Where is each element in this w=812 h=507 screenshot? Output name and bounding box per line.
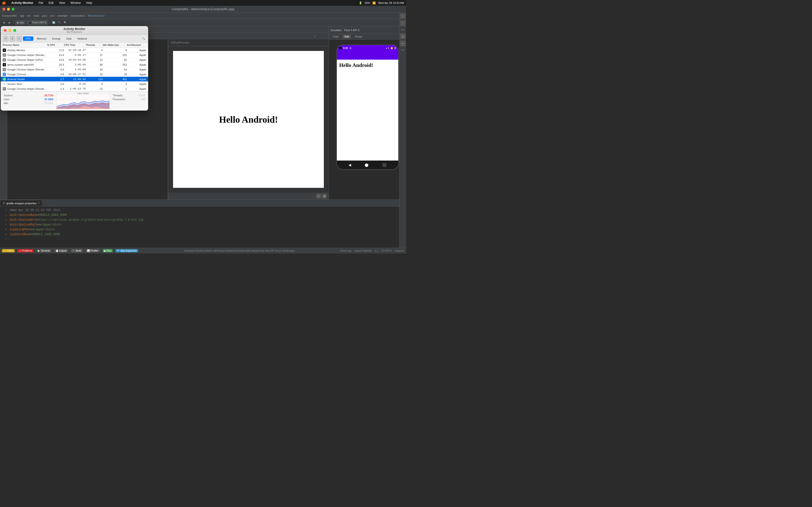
gradle-file-icon: ⚙: [3, 202, 5, 205]
proc-icon-0: A: [3, 49, 6, 52]
am-minimize-button[interactable]: [8, 29, 11, 32]
gradle-line-3: 3 distributionUrl=https\://services.grad…: [0, 218, 406, 222]
am-row-4[interactable]: CGoogle Chrome Helper (Rende... 4.6 1:45…: [1, 67, 148, 72]
build-icon[interactable]: 🔨: [57, 20, 62, 25]
breadcrumb-composem1-pkg[interactable]: composem1: [70, 14, 85, 17]
apple-logo-icon[interactable]: 🍎: [2, 1, 6, 5]
emulator-split-tab[interactable]: Split: [343, 35, 351, 38]
device-selector[interactable]: 📱 Pixel 4 API S: [27, 20, 48, 25]
am-tab-disk[interactable]: Disk: [64, 37, 74, 41]
menu-view[interactable]: View: [58, 1, 66, 5]
build-button[interactable]: 🔨 Build: [71, 249, 83, 252]
am-row-1[interactable]: CGoogle Chrome Helper (Rende... 14.4 3:5…: [1, 53, 148, 57]
emulator-panel: Emulator: Pixel 4 API S ⚙ Code Split Des…: [329, 26, 406, 200]
preview-icon-btn-1[interactable]: ⤡: [316, 193, 321, 199]
fit-screen-button[interactable]: ⊡: [400, 33, 406, 39]
proc-threads-8: 22: [86, 88, 103, 90]
am-col-cpu[interactable]: % CPU: [47, 44, 64, 46]
app-inspection-button[interactable]: 🔍 App Inspection: [115, 249, 138, 252]
breadcrumb-file[interactable]: MainActivity.kt: [88, 14, 104, 17]
am-search-button[interactable]: 🔍: [141, 36, 146, 41]
breadcrumb-com[interactable]: com: [50, 14, 55, 17]
profiler-button[interactable]: 📊 Profiler: [86, 249, 100, 252]
forward-button[interactable]: ▶: [7, 20, 12, 25]
breadcrumb-example[interactable]: example: [57, 14, 68, 17]
preview-hello-text: Hello Android!: [219, 114, 278, 125]
nav-home-icon[interactable]: ⬤: [365, 163, 368, 167]
breadcrumb-main[interactable]: main: [33, 14, 39, 17]
back-button[interactable]: ◀: [1, 20, 6, 25]
emulator-code-tab[interactable]: Code: [331, 35, 341, 38]
am-tab-cpu[interactable]: CPU: [23, 37, 33, 41]
am-row-5[interactable]: GGoogle Chrome 4.6 19:08:37.51 34 18 App…: [1, 72, 148, 77]
breadcrumb-src[interactable]: src: [27, 14, 31, 17]
nav-recents-icon[interactable]: ⬛: [382, 163, 387, 167]
am-row-2[interactable]: CGoogle Chrome Helper (GPU) 13.0 10:54:5…: [1, 57, 148, 62]
menu-window[interactable]: Window: [69, 1, 82, 5]
profiler-icon: 📊: [87, 249, 90, 252]
am-close-proc-button[interactable]: ✕: [3, 36, 8, 42]
window-close-button[interactable]: [2, 8, 5, 11]
am-col-arch[interactable]: Architecture: [127, 44, 146, 46]
logcat-button[interactable]: 📋 Logcat: [54, 249, 68, 252]
emulator-device: 9:20 ⚙ ▲▼ 📶 🔋 Hello Android!: [336, 44, 399, 170]
emulator-label: Emulator:: [331, 29, 342, 32]
proc-idle-6: 451: [103, 78, 127, 80]
run-button[interactable]: ▶ app: [15, 20, 26, 25]
am-tab-energy[interactable]: Energy: [50, 37, 63, 41]
emulator-view-tabs: Code Split Design ✓: [329, 34, 406, 40]
gradle-tab-close-icon[interactable]: ✕: [38, 202, 40, 205]
line-ending: LF UTF-8: [381, 249, 392, 252]
menu-app-name[interactable]: Activity Monitor: [10, 1, 34, 5]
window-maximize-button[interactable]: [12, 8, 14, 11]
proc-cpu-8: 1.4: [47, 88, 64, 90]
proc-name-2: Google Chrome Helper (GPU): [7, 58, 43, 61]
todo-button[interactable]: ☑ TODO: [2, 249, 15, 252]
breadcrumb-app[interactable]: app: [20, 14, 24, 17]
device-time: 9:20: [343, 47, 348, 50]
sync-icon[interactable]: 🔄: [51, 20, 56, 25]
emulator-design-tab[interactable]: Design: [353, 35, 364, 38]
am-col-cputime[interactable]: CPU Time: [64, 44, 86, 46]
proc-name-1: Google Chrome Helper (Rende...: [7, 54, 46, 56]
wifi-icon: 📶: [372, 1, 376, 5]
am-info-button[interactable]: ℹ: [9, 36, 15, 42]
am-tab-network[interactable]: Network: [75, 37, 89, 41]
am-tab-memory[interactable]: Memory: [34, 37, 49, 41]
am-col-idle[interactable]: Idle Wake Ups: [103, 44, 127, 46]
gradle-tab[interactable]: ⚙ gradle-wrapper.properties ✕: [0, 200, 43, 206]
proc-threads-5: 34: [86, 73, 103, 76]
window-minimize-button[interactable]: [7, 8, 10, 11]
event-log-link[interactable]: Event Log: [340, 249, 351, 252]
menu-edit[interactable]: Edit: [48, 1, 55, 5]
am-close-button[interactable]: [4, 29, 6, 32]
breadcrumb-composem1[interactable]: ComposeM1: [2, 14, 17, 17]
rotate-button[interactable]: ↩: [400, 41, 406, 46]
am-row-8[interactable]: CGoogle Chrome Helper (Rende... 1.4 1:45…: [1, 87, 148, 91]
gradle-content[interactable]: 1 #Wed Apr 28 08:21:34 PDT 2021 2 distri…: [0, 207, 406, 248]
nav-back-icon[interactable]: ◀: [349, 163, 351, 167]
run-status-button[interactable]: ▶ Run: [103, 249, 113, 252]
am-row-3[interactable]: Qqemu-system-aarch64 10.5 2:05.66 80 252…: [1, 62, 148, 67]
search-everywhere-icon[interactable]: 🔍: [63, 20, 68, 25]
am-row-0[interactable]: AActivity Monitor 71.0 31:26:19.47 4 8 A…: [1, 48, 148, 53]
menu-help[interactable]: Help: [85, 1, 93, 5]
proc-arch-0: Apple: [127, 49, 146, 52]
am-filter-button[interactable]: ≡: [16, 36, 22, 42]
preview-label: DefaultPreview: [168, 39, 329, 46]
problems-button[interactable]: ⚠ Problems: [18, 249, 34, 252]
am-col-threads[interactable]: Threads: [86, 44, 103, 46]
terminal-button[interactable]: ▶ Terminal: [37, 249, 51, 252]
am-row-7[interactable]: SScreen Shot 2.0 0.25 9 3 Apple: [1, 81, 148, 87]
proc-icon-2: C: [3, 58, 6, 62]
am-maximize-button[interactable]: [13, 29, 16, 32]
terminal-icon: ▶: [38, 249, 40, 252]
menu-file[interactable]: File: [38, 1, 44, 5]
preview-icon-btn-2[interactable]: ⊞: [322, 193, 327, 199]
am-col-process-name[interactable]: Process Name: [3, 44, 47, 46]
emulator-device-label: Pixel 4 API S: [344, 29, 360, 32]
ide-titlebar: ComposeM1 – MainActivity.kt [ComposeM1.a…: [0, 6, 406, 12]
am-row-6[interactable]: AAndroid Studio 2.7 11:09.62 115 451 App…: [1, 77, 148, 81]
layout-inspector-link[interactable]: Layout Inspector: [354, 249, 372, 252]
breadcrumb-java[interactable]: java: [42, 14, 47, 17]
